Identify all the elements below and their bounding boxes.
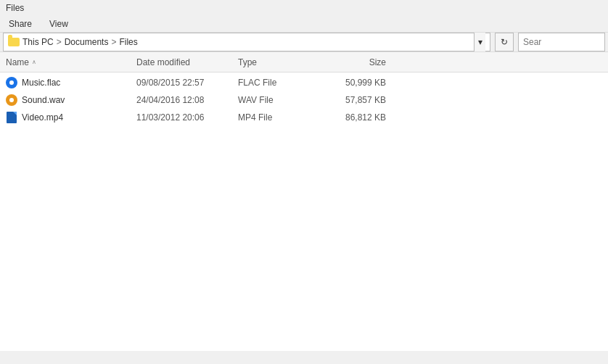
table-row[interactable]: Music.flac 09/08/2015 22:57 FLAC File 50…	[0, 74, 608, 91]
file-name: Music.flac	[0, 75, 131, 90]
sort-arrow-icon: ∧	[32, 59, 36, 65]
search-input[interactable]	[518, 33, 605, 51]
col-header-size[interactable]: Size	[319, 54, 392, 70]
title-bar: Files	[0, 0, 608, 16]
file-name: Video.mp4	[0, 110, 131, 125]
file-size: 57,857 KB	[319, 94, 392, 107]
file-date: 09/08/2015 22:57	[131, 76, 232, 89]
breadcrumb-files[interactable]: Files	[119, 37, 137, 47]
file-date: 11/03/2012 20:06	[131, 111, 232, 124]
table-row[interactable]: Sound.wav 24/04/2016 12:08 WAV File 57,8…	[0, 91, 608, 109]
file-list: Music.flac 09/08/2015 22:57 FLAC File 50…	[0, 73, 608, 128]
flac-icon	[6, 77, 17, 88]
file-date: 24/04/2016 12:08	[131, 94, 232, 107]
view-button[interactable]: View	[46, 17, 71, 30]
col-header-name[interactable]: Name ∧	[0, 54, 131, 70]
toolbar: Share View	[0, 16, 608, 33]
address-dropdown-arrow[interactable]: ▾	[474, 33, 485, 51]
wav-icon	[6, 94, 17, 106]
file-type: MP4 File	[232, 111, 319, 124]
chevron-down-icon: ▾	[478, 37, 482, 47]
refresh-button[interactable]: ↻	[495, 33, 514, 51]
refresh-icon: ↻	[501, 37, 508, 47]
address-row: This PC > Documents > Files ▾ ↻	[0, 33, 608, 52]
address-box[interactable]: This PC > Documents > Files ▾	[3, 33, 490, 51]
mp4-icon	[6, 112, 17, 123]
breadcrumb-documents[interactable]: Documents	[65, 37, 109, 47]
breadcrumb-this-pc[interactable]: This PC	[22, 37, 54, 47]
folder-icon	[8, 38, 20, 46]
share-button[interactable]: Share	[6, 17, 35, 30]
file-size: 86,812 KB	[319, 111, 392, 124]
table-row[interactable]: Video.mp4 11/03/2012 20:06 MP4 File 86,8…	[0, 109, 608, 126]
main-content: Name ∧ Date modified Type Size Music.fla…	[0, 52, 608, 351]
file-size: 50,999 KB	[319, 76, 392, 89]
col-header-date[interactable]: Date modified	[131, 54, 232, 70]
col-header-type[interactable]: Type	[232, 54, 319, 70]
breadcrumb: This PC > Documents > Files	[22, 37, 471, 47]
window-title: Files	[6, 3, 24, 13]
file-type: WAV File	[232, 94, 319, 107]
breadcrumb-sep2: >	[111, 37, 116, 47]
column-headers: Name ∧ Date modified Type Size	[0, 52, 608, 73]
file-type: FLAC File	[232, 76, 319, 89]
breadcrumb-sep1: >	[57, 37, 62, 47]
file-name: Sound.wav	[0, 93, 131, 107]
